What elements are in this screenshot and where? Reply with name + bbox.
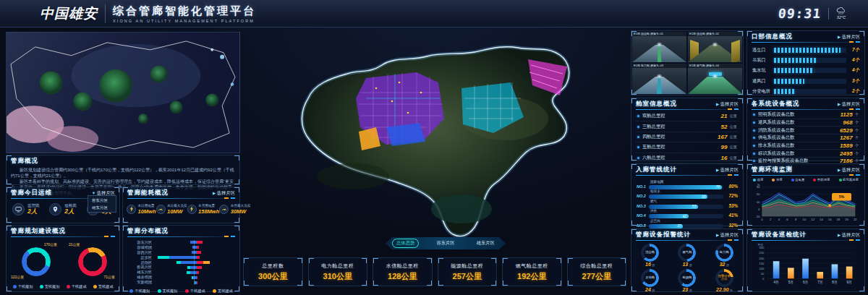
pipeline-label: 燃气	[650, 200, 657, 203]
pipeline-row-0: NO.1国家电网7880%	[635, 179, 739, 189]
panel-title: 各系统设备概况	[752, 100, 800, 108]
pipeline-percent: 53%	[723, 203, 738, 209]
system-row-2: 消防系统设备总数6529个	[751, 127, 861, 134]
bullet-dot	[637, 157, 639, 159]
ops-value: 2人	[27, 208, 40, 215]
select-area-dropdown[interactable]: 选择片区	[213, 190, 235, 197]
select-area-dropdown[interactable]: 选择片区	[838, 167, 860, 174]
video-feed-3[interactable]: E1路 燃气舱 摄像头-04	[688, 64, 742, 94]
mileage-label: 水信舱总里程	[386, 262, 419, 270]
svg-text:5月: 5月	[788, 281, 793, 285]
svg-text:30: 30	[757, 185, 760, 189]
mileage-box-2: 水信舱总里程128公里	[373, 257, 433, 286]
panel-title: 管廊分布概况	[127, 227, 169, 236]
cabin-unit: 公里	[729, 134, 737, 140]
district-mini-map[interactable]	[6, 32, 240, 153]
tab-1[interactable]: 容东片区	[425, 240, 465, 247]
donut-label: 170公里	[44, 242, 57, 247]
pipeline-rank: NO.4	[637, 213, 649, 218]
system-unit: 个	[855, 143, 859, 148]
system-unit: 个	[855, 120, 859, 125]
clock: 09:31	[778, 6, 822, 21]
gauge-label: 水信舱	[641, 269, 659, 287]
mileage-box-1: 电力舱总里程310公里	[308, 257, 368, 286]
district-dropdown-menu[interactable]: 容东片区雄东片区	[88, 195, 116, 213]
legend-item: 温度	[753, 178, 763, 181]
alarm-gauge-3: 水信舱24台	[631, 269, 668, 293]
pipeline-percent: 80%	[723, 184, 738, 189]
select-area-dropdown[interactable]: 选择片区	[716, 101, 739, 108]
system-label: 消防系统设备总数	[758, 127, 840, 134]
temperature: 32°C	[837, 16, 846, 20]
video-feed-1[interactable]: E1路 综合舱 摄像头-02	[688, 32, 742, 62]
select-area-dropdown[interactable]: 选择片区	[716, 167, 739, 174]
main-city-map[interactable]	[244, 32, 626, 243]
svg-text:4月: 4月	[774, 281, 779, 285]
dist-row-8: 安新组团	[126, 280, 237, 285]
svg-text:2: 2	[770, 218, 772, 221]
svg-text:12: 12	[811, 218, 814, 221]
legend-item: 干线建成	[185, 288, 205, 294]
gauge-value: 13	[682, 262, 688, 267]
tab-0[interactable]: 总体态势	[386, 239, 425, 247]
dashboard: 中国雄安 综合管廊智能化管理平台 XIONG AN UTILITY MANAGE…	[0, 0, 868, 295]
tunnel-floor	[632, 45, 686, 62]
gauge-icon	[156, 205, 166, 214]
legend-item: 甲烷浓度	[813, 178, 830, 181]
portal-rows: 逃生口7个吊装口4个集水坑4个通风口3个分变电所2个	[747, 44, 864, 98]
weather-widget: 32°C	[836, 7, 846, 20]
svg-text:8月: 8月	[832, 281, 837, 285]
system-row-3: 供电系统设备总数1267个	[751, 134, 861, 142]
donut-label: 122公里	[11, 275, 24, 279]
energy-value: 10Mwh	[138, 208, 156, 215]
cabin-unit: 公里	[729, 114, 737, 119]
select-area-dropdown[interactable]: 选择片区	[838, 232, 860, 239]
pipeline-row-3: NO.4供热4241%	[635, 209, 739, 219]
cabin-row-4: 六舱总里程16公里	[635, 153, 739, 163]
dist-row-5: 昝岗片区	[126, 265, 237, 270]
select-area-dropdown[interactable]: 选择片区	[716, 232, 739, 239]
energy-value: 158Mwh	[198, 208, 219, 215]
bullet-dot	[637, 126, 639, 128]
video-feed-0[interactable]: E1路 综合舱 摄像头-01	[632, 32, 686, 62]
portal-value: 4个	[846, 67, 859, 74]
system-value: 1589	[840, 142, 853, 149]
mileage-value: 192公里	[517, 271, 546, 282]
tab-2[interactable]: 雄东片区	[466, 240, 506, 247]
video-caption: E1路 电力舱 摄像头-03	[632, 64, 686, 68]
pipeline-rank: NO.5	[637, 223, 649, 228]
svg-text:8: 8	[795, 218, 797, 221]
gauge-value: 22.90	[716, 287, 729, 292]
district-option-1[interactable]: 雄东片区	[88, 204, 116, 211]
svg-text:20: 20	[845, 218, 848, 221]
page-title: 综合管廊智能化管理平台	[113, 4, 256, 18]
mileage-value: 300公里	[258, 271, 287, 282]
system-row-0: 照明系统设备总数1125个	[751, 111, 861, 119]
portal-value: 7个	[846, 47, 859, 54]
center-tabs: 总体态势容东片区雄东片区	[386, 237, 506, 249]
video-feed-2[interactable]: E1路 电力舱 摄像头-03	[632, 64, 686, 94]
select-area-dropdown[interactable]: 选择片区	[838, 34, 860, 40]
svg-text:10: 10	[803, 218, 807, 221]
pipeline-rank: NO.2	[637, 194, 649, 199]
select-area-dropdown[interactable]: 选择片区	[838, 101, 860, 108]
portal-label: 分变电所	[752, 88, 774, 95]
legend-item: 湿度	[772, 178, 782, 181]
bullet-dot	[637, 146, 639, 148]
legend-item: 干线规划	[129, 288, 150, 294]
divider	[752, 240, 860, 241]
dist-row-2: 容西片区	[126, 250, 237, 255]
portal-row-2: 集水坑4个	[751, 66, 861, 76]
bullet-dot	[753, 153, 755, 155]
alarm-gauges: 综合舱16台燃气舱13台电力舱32台水信舱24台能源舱23台报警设备占比22.9…	[631, 242, 743, 293]
tunnel-vanish-point	[656, 74, 663, 79]
panel-title: 管廊设备巡检统计	[752, 231, 807, 239]
legend-item: 含氧量	[791, 178, 805, 181]
district-option-0[interactable]: 容东片区	[88, 197, 116, 204]
mileage-box-3: 能源舱总里程257公里	[438, 257, 498, 286]
energy-value: 10MW	[167, 208, 187, 215]
panel-system-devices: 各系统设备概况 选择片区 照明系统设备总数1125个通风系统设备总数968个消防…	[746, 98, 865, 161]
mileage-label: 综合舱总里程	[580, 262, 613, 270]
portal-row-1: 吊装口4个	[751, 55, 861, 65]
svg-text:0: 0	[758, 208, 760, 211]
